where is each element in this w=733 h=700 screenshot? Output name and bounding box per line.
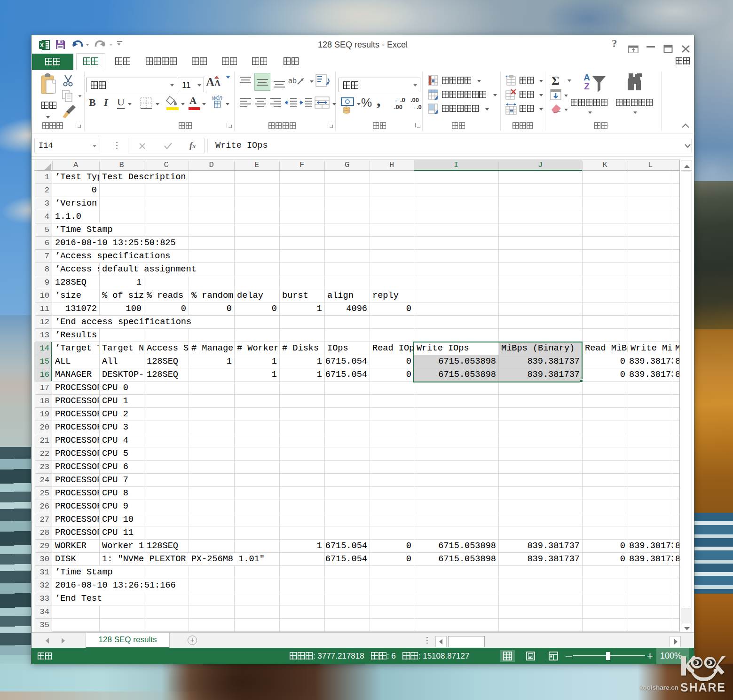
svg-text:ab: ab [288, 77, 297, 85]
svg-text:SHARE: SHARE [680, 681, 725, 693]
